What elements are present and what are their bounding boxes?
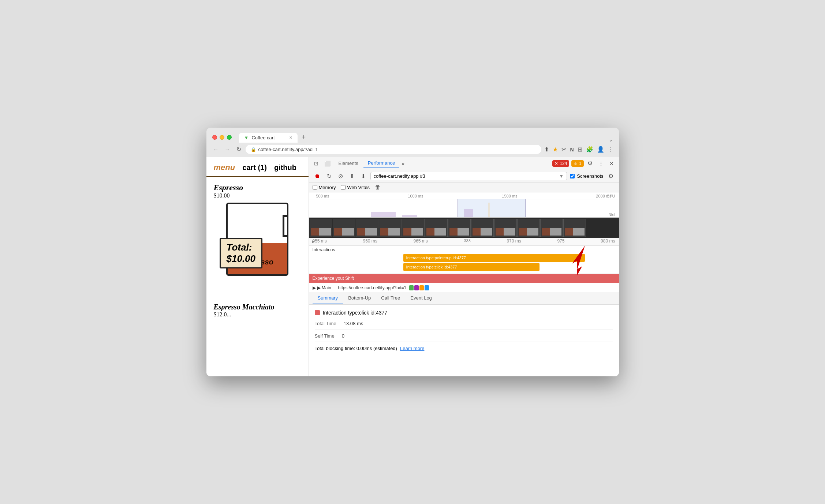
- forward-button[interactable]: →: [223, 146, 232, 154]
- total-badge: Total: $10.00: [220, 238, 263, 268]
- github-link[interactable]: github: [274, 163, 296, 172]
- summary-area: Interaction type:click id:4377 Total Tim…: [309, 305, 619, 376]
- webvitals-option[interactable]: Web Vitals: [341, 185, 370, 190]
- summary-interaction-label: Interaction type:click id:4377: [323, 310, 388, 316]
- product-section: Espresso $10.00 espresso: [206, 177, 309, 285]
- devtools-more-button[interactable]: ⋮: [596, 159, 606, 168]
- self-time-value: 0: [342, 333, 344, 339]
- self-time-label: Self Time: [315, 333, 335, 339]
- address-text: coffee-cart.netlify.app/?ad=1: [258, 147, 318, 152]
- address-input[interactable]: 🔒 coffee-cart.netlify.app/?ad=1: [246, 145, 542, 154]
- tab-bottomup[interactable]: Bottom-Up: [343, 292, 376, 304]
- cpu-bar-1: [371, 212, 396, 217]
- tab-overflow-icon[interactable]: ⌄: [609, 137, 613, 143]
- new-tab-button[interactable]: +: [299, 132, 309, 143]
- devtools-close-button[interactable]: ✕: [607, 159, 616, 168]
- puzzle-icon[interactable]: 🧩: [586, 146, 593, 153]
- screenshot-2: [333, 219, 355, 237]
- tab-calltree[interactable]: Call Tree: [376, 292, 405, 304]
- close-button[interactable]: [212, 135, 217, 140]
- tab-elements[interactable]: Elements: [334, 159, 363, 168]
- screenshots-section: Screenshots: [570, 173, 603, 179]
- devtools-settings-button[interactable]: ⚙: [585, 158, 595, 168]
- screenshot-10: [517, 219, 540, 237]
- refresh-button[interactable]: ↻: [235, 145, 243, 154]
- perf-target-text: coffee-cart.netlify.app #3: [374, 173, 425, 179]
- download-button[interactable]: ⬇: [359, 172, 367, 181]
- ruler-label-1000: 1000 ms: [408, 194, 423, 198]
- memory-label: Memory: [319, 185, 336, 190]
- upload-button[interactable]: ⬆: [348, 172, 356, 181]
- devtools-toolbar: ⊡ ⬜ Elements Performance » ✕ 124 ⚠ 1: [309, 157, 619, 170]
- ms-label-975: 975: [557, 238, 564, 244]
- extensions-icon[interactable]: ⊞: [578, 146, 582, 153]
- tabs-bar: ▼ Coffee cart ✕ + ⌄: [239, 132, 613, 143]
- screenshot-6: [425, 219, 448, 237]
- screenshot-3: [356, 219, 378, 237]
- click-bar[interactable]: Interaction type:click id:4377: [403, 263, 540, 271]
- minimize-button[interactable]: [220, 135, 224, 140]
- color-block-green: [409, 285, 414, 290]
- screenshot-11: [540, 219, 563, 237]
- maximize-button[interactable]: [227, 135, 232, 140]
- screenshots-checkbox[interactable]: [570, 174, 575, 178]
- tab-performance[interactable]: Performance: [363, 158, 399, 168]
- more-menu-icon[interactable]: ⋮: [608, 146, 614, 153]
- perf-toolbar: ⏺ ↻ ⊘ ⬆ ⬇ coffee-cart.netlify.app #3 ▼ S…: [309, 170, 619, 183]
- person-icon[interactable]: 👤: [597, 146, 604, 153]
- color-block-orange: [419, 285, 424, 290]
- lock-icon: 🔒: [251, 147, 256, 152]
- click-label: Interaction type:click id:4377: [406, 265, 457, 269]
- more-tabs-icon[interactable]: »: [402, 161, 404, 166]
- memory-checkbox[interactable]: [313, 185, 317, 190]
- record-button[interactable]: ⏺: [313, 172, 322, 181]
- scissors-icon[interactable]: ✂: [561, 146, 566, 153]
- perf-target[interactable]: coffee-cart.netlify.app #3 ▼: [370, 172, 567, 180]
- screenshots-label: Screenshots: [577, 173, 603, 179]
- tab-favicon: ▼: [244, 135, 249, 140]
- tab-close-icon[interactable]: ✕: [289, 135, 292, 140]
- ruler-label-1500: 1500 ms: [502, 194, 517, 198]
- main-label[interactable]: ▶ ▶ Main — https://coffee-cart.netlify.a…: [313, 285, 407, 290]
- ms-label-970: 970 ms: [507, 238, 521, 244]
- stop-button[interactable]: ⊘: [336, 172, 345, 181]
- browser-tab[interactable]: ▼ Coffee cart ✕: [239, 133, 298, 143]
- notionlike-icon[interactable]: N: [570, 147, 574, 153]
- menu-link[interactable]: menu: [214, 163, 235, 172]
- tab-summary[interactable]: Summary: [313, 292, 343, 304]
- interactions-row: Interactions Interaction type:pointerup …: [309, 246, 619, 274]
- color-block-blue: [425, 285, 429, 290]
- red-arrow: [560, 246, 597, 277]
- error-x-icon: ✕: [555, 161, 558, 166]
- reload-record-button[interactable]: ↻: [325, 172, 333, 181]
- bookmark-icon[interactable]: ★: [553, 146, 558, 153]
- back-button[interactable]: ←: [212, 146, 220, 154]
- device-toolbar-button[interactable]: ⬜: [322, 159, 333, 168]
- address-bar: ← → ↻ 🔒 coffee-cart.netlify.app/?ad=1 ⬆ …: [206, 143, 619, 157]
- screenshots-settings-button[interactable]: ⚙: [606, 172, 615, 181]
- learn-more-link[interactable]: Learn more: [400, 346, 424, 351]
- ms-label-980: 980 ms: [601, 238, 615, 244]
- inspect-element-button[interactable]: ⊡: [312, 159, 321, 168]
- perf-target-dropdown-icon[interactable]: ▼: [559, 173, 564, 179]
- clear-button[interactable]: 🗑: [375, 184, 381, 191]
- blocking-time-row: Total blocking time: 0.00ms (estimated) …: [315, 346, 613, 351]
- experience-label: Experience yout Shift: [313, 276, 354, 281]
- cart-link[interactable]: cart (1): [242, 163, 267, 172]
- share-icon[interactable]: ⬆: [544, 146, 549, 153]
- main-expand-icon[interactable]: ▶: [313, 285, 316, 290]
- tab-eventlog[interactable]: Event Log: [405, 292, 437, 304]
- website-panel: menu cart (1) github Espresso $10.00 esp…: [206, 157, 309, 376]
- bottom-tabs: Summary Bottom-Up Call Tree Event Log: [309, 292, 619, 305]
- screenshot-12: [563, 219, 586, 237]
- webvitals-checkbox[interactable]: [341, 185, 346, 190]
- devtools-tabs: Elements Performance »: [334, 158, 551, 168]
- options-row: Memory Web Vitals 🗑: [309, 183, 619, 192]
- screenshot-1: [310, 219, 332, 237]
- browser-toolbar: ⬆ ★ ✂ N ⊞ 🧩 👤 ⋮: [544, 146, 613, 153]
- net-label: NET: [609, 212, 616, 217]
- pointerup-bar[interactable]: Interaction type:pointerup id:4377: [403, 254, 585, 262]
- screenshot-8: [471, 219, 494, 237]
- memory-option[interactable]: Memory: [313, 185, 336, 190]
- flame-area: ▶ 955 ms 960 ms 965 ms 333 970 ms 975 98…: [309, 238, 619, 292]
